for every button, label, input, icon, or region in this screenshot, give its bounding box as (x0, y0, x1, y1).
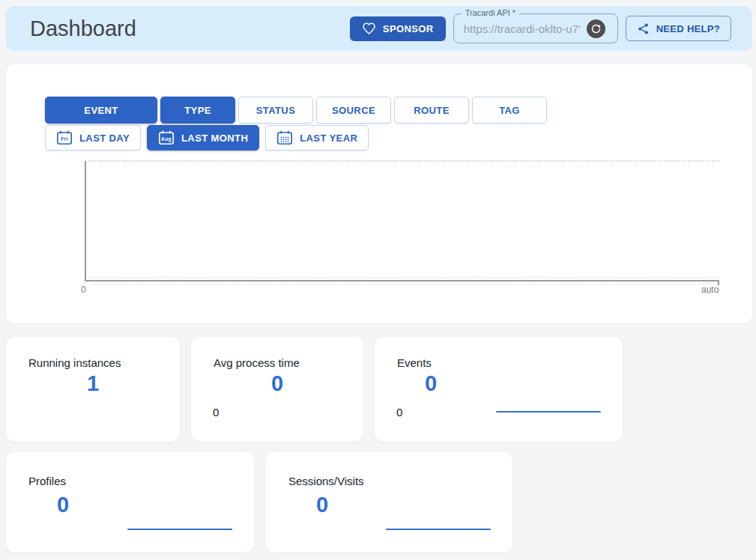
refresh-icon (590, 23, 602, 34)
tracardi-api-field-label: Tracardi API * (462, 8, 519, 18)
chart-x-axis-dash (90, 284, 719, 284)
tracardi-api-field: Tracardi API * (453, 13, 618, 43)
share-icon (637, 22, 650, 35)
filter-button-status[interactable]: STATUS (238, 97, 313, 124)
stat-value: 0 (191, 371, 363, 396)
range-button-last-day[interactable]: Fri LAST DAY (45, 125, 141, 150)
stat-label: Events (397, 356, 432, 369)
range-button-label: LAST YEAR (300, 133, 357, 144)
stat-sub-value: 0 (396, 406, 402, 419)
header: Dashboard SPONSOR Tracardi API * (6, 6, 752, 51)
filter-button-source[interactable]: SOURCE (316, 97, 391, 124)
tracardi-api-input[interactable] (462, 22, 585, 36)
page-title: Dashboard (30, 16, 136, 41)
calendar-year-icon (276, 130, 293, 145)
stat-value: 0 (6, 493, 120, 517)
header-controls: SPONSOR Tracardi API * NEED HELP? (350, 6, 731, 51)
range-button-last-month[interactable]: Aug LAST MONTH (147, 125, 259, 150)
stat-label: Avg process time (214, 356, 300, 369)
stat-label: Running instances (28, 356, 121, 369)
stat-label: Sessions/Visits (288, 475, 364, 487)
range-button-label: LAST MONTH (181, 133, 248, 144)
x-axis-min-label: 0 (81, 284, 86, 295)
sponsor-button[interactable]: SPONSOR (350, 16, 446, 41)
range-button-label: LAST DAY (79, 133, 130, 144)
chart-x-axis-dash (90, 277, 719, 278)
stat-card-running-instances: Running instances 1 (6, 337, 180, 442)
filter-button-route[interactable]: ROUTE (394, 97, 469, 124)
heart-icon (362, 22, 376, 35)
stat-card-profiles: Profiles 0 (6, 452, 254, 553)
svg-text:Fri: Fri (61, 136, 68, 141)
filter-button-event[interactable]: EVENT (45, 97, 157, 124)
sponsor-button-label: SPONSOR (383, 23, 434, 34)
svg-text:Aug: Aug (161, 136, 172, 142)
filter-button-type[interactable]: TYPE (160, 97, 235, 124)
time-range-filter-row: Fri LAST DAY Aug LAST MONTH (45, 125, 369, 150)
chart-card: EVENT TYPE STATUS SOURCE ROUTE TAG Fri L… (6, 64, 752, 323)
chart-y-axis (85, 161, 86, 281)
profiles-sparkline (127, 529, 232, 530)
x-axis-max-label: auto (701, 284, 719, 295)
refresh-api-button[interactable] (587, 19, 605, 38)
stat-label: Profiles (28, 475, 66, 487)
calendar-month-icon: Aug (158, 130, 175, 145)
stat-sub-value: 0 (213, 406, 219, 419)
stat-value: 0 (266, 493, 378, 517)
stat-card-avg-process-time: Avg process time 0 0 (191, 337, 363, 442)
group-by-filter-row: EVENT TYPE STATUS SOURCE ROUTE TAG (45, 97, 547, 124)
stat-value: 0 (375, 371, 487, 396)
chart-top-gridline (85, 160, 719, 162)
events-sparkline (496, 411, 601, 413)
stat-card-sessions-visits: Sessions/Visits 0 (266, 452, 512, 553)
calendar-day-icon: Fri (56, 130, 73, 145)
need-help-button-label: NEED HELP? (656, 23, 720, 34)
range-button-last-year[interactable]: LAST YEAR (265, 125, 369, 150)
chart-x-axis (85, 280, 719, 281)
stat-card-events: Events 0 0 (375, 337, 623, 442)
stat-value: 1 (6, 371, 180, 396)
filter-button-tag[interactable]: TAG (472, 97, 547, 124)
need-help-button[interactable]: NEED HELP? (626, 16, 731, 41)
sessions-sparkline (386, 529, 491, 530)
